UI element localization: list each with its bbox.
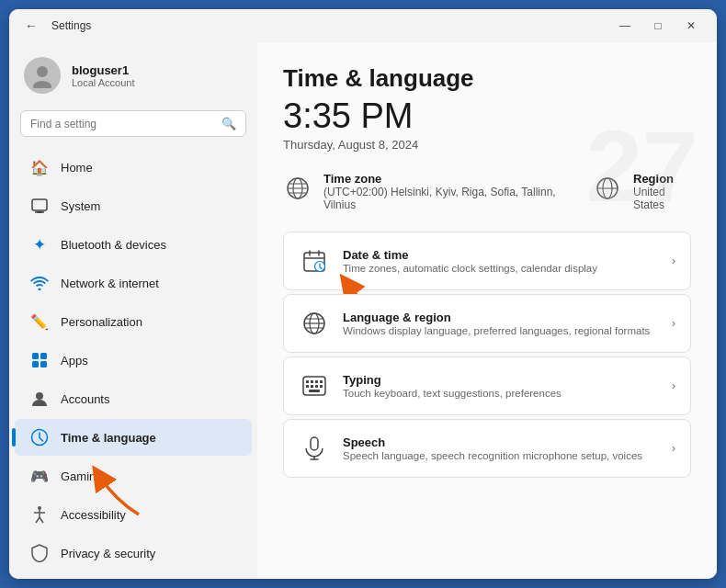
typing-icon: [299, 370, 330, 401]
user-info: bloguser1 Local Account: [72, 63, 135, 88]
time-icon: [29, 427, 50, 447]
timezone-value: (UTC+02:00) Helsinki, Kyiv, Riga, Sofia,…: [323, 186, 567, 211]
sidebar: bloguser1 Local Account 🔍 🏠 Home: [9, 42, 257, 579]
date-time-icon: [299, 245, 330, 277]
language-title: Language & region: [343, 311, 659, 324]
svg-point-10: [36, 392, 43, 400]
settings-list: Date & time Time zones, automatic clock …: [283, 232, 691, 478]
sidebar-label-system: System: [61, 199, 100, 213]
bluetooth-icon: ✦: [29, 234, 50, 254]
date-time-title: Date & time: [343, 248, 659, 262]
network-icon: [29, 273, 50, 293]
settings-item-typing[interactable]: Typing Touch keyboard, text suggestions,…: [283, 356, 691, 415]
sidebar-label-apps: Apps: [61, 354, 88, 368]
apps-icon: [29, 350, 50, 370]
svg-point-5: [39, 288, 41, 291]
settings-item-language-text: Language & region Windows display langua…: [343, 311, 659, 336]
sidebar-label-time: Time & language: [61, 431, 156, 445]
timezone-label: Time zone: [323, 172, 567, 186]
back-button[interactable]: ←: [20, 15, 42, 37]
system-icon: [29, 196, 50, 216]
timezone-icon: [283, 174, 312, 203]
speech-icon: [299, 433, 330, 464]
svg-rect-45: [309, 390, 320, 392]
sidebar-label-accessibility: Accessibility: [61, 508, 126, 522]
speech-desc: Speech language, speech recognition micr…: [343, 450, 659, 461]
titlebar-left: ← Settings: [20, 15, 91, 37]
page-title: Time & language: [283, 64, 691, 93]
region-icon: [593, 174, 622, 203]
content-area: bloguser1 Local Account 🔍 🏠 Home: [9, 42, 717, 579]
svg-rect-46: [311, 437, 318, 450]
sidebar-item-gaming[interactable]: 🎮 Gaming: [15, 458, 252, 494]
titlebar: ← Settings — □ ✕: [9, 9, 717, 42]
personalization-icon: ✏️: [29, 311, 50, 332]
sidebar-item-accounts[interactable]: Accounts: [15, 380, 252, 417]
current-date: Thursday, August 8, 2024: [283, 138, 691, 152]
settings-item-date-time[interactable]: Date & time Time zones, automatic clock …: [283, 232, 691, 290]
typing-chevron: ›: [672, 379, 675, 392]
account-type: Local Account: [72, 77, 135, 88]
date-time-desc: Time zones, automatic clock settings, ca…: [343, 263, 659, 274]
language-icon: [299, 308, 330, 339]
user-profile: bloguser1 Local Account: [9, 42, 257, 107]
sidebar-item-network[interactable]: Network & internet: [15, 265, 252, 301]
region-info: Region United States: [593, 172, 691, 211]
sidebar-item-personalization[interactable]: ✏️ Personalization: [15, 303, 252, 340]
svg-rect-40: [320, 380, 323, 383]
sidebar-item-home[interactable]: 🏠 Home: [15, 149, 252, 186]
titlebar-title: Settings: [51, 19, 91, 32]
sidebar-label-personalization: Personalization: [61, 315, 142, 329]
search-icon: 🔍: [221, 117, 236, 130]
svg-rect-41: [306, 385, 309, 388]
speech-title: Speech: [343, 435, 659, 449]
sidebar-label-gaming: Gaming: [61, 469, 103, 483]
language-chevron: ›: [672, 317, 675, 330]
typing-desc: Touch keyboard, text suggestions, prefer…: [343, 388, 659, 399]
titlebar-controls: — □ ✕: [610, 15, 706, 37]
sidebar-item-system[interactable]: System: [15, 187, 252, 224]
svg-point-12: [38, 506, 41, 510]
svg-rect-44: [320, 385, 323, 388]
sidebar-label-privacy: Privacy & security: [61, 547, 155, 560]
svg-rect-39: [315, 380, 318, 383]
settings-item-date-time-text: Date & time Time zones, automatic clock …: [343, 248, 659, 274]
info-section: Time zone (UTC+02:00) Helsinki, Kyiv, Ri…: [283, 172, 691, 211]
settings-item-language[interactable]: Language & region Windows display langua…: [283, 294, 691, 353]
settings-item-speech-text: Speech Speech language, speech recogniti…: [343, 435, 659, 461]
speech-chevron: ›: [672, 442, 675, 455]
sidebar-label-bluetooth: Bluetooth & devices: [61, 238, 166, 252]
svg-point-0: [37, 66, 48, 77]
settings-item-speech[interactable]: Speech Speech language, speech recogniti…: [283, 419, 691, 478]
search-box[interactable]: 🔍: [20, 110, 246, 137]
timezone-info: Time zone (UTC+02:00) Helsinki, Kyiv, Ri…: [283, 172, 567, 211]
maximize-button[interactable]: □: [643, 15, 673, 37]
home-icon: 🏠: [29, 157, 50, 177]
svg-rect-2: [32, 199, 47, 210]
privacy-icon: [29, 543, 50, 563]
region-value: United States: [633, 186, 691, 211]
settings-item-typing-text: Typing Touch keyboard, text suggestions,…: [343, 373, 659, 399]
sidebar-item-apps[interactable]: Apps: [15, 342, 252, 379]
search-input[interactable]: [30, 118, 214, 130]
sidebar-item-accessibility[interactable]: Accessibility: [15, 496, 252, 533]
svg-point-1: [33, 81, 51, 88]
svg-rect-8: [32, 361, 39, 368]
region-label: Region: [633, 172, 691, 186]
sidebar-item-time[interactable]: Time & language: [15, 419, 252, 456]
svg-line-15: [36, 517, 40, 523]
minimize-button[interactable]: —: [610, 15, 640, 37]
sidebar-item-bluetooth[interactable]: ✦ Bluetooth & devices: [15, 226, 252, 263]
sidebar-label-accounts: Accounts: [61, 392, 109, 406]
svg-line-16: [40, 517, 43, 523]
svg-rect-38: [311, 380, 313, 383]
sidebar-label-home: Home: [61, 161, 93, 175]
sidebar-item-privacy[interactable]: Privacy & security: [15, 535, 252, 571]
svg-rect-6: [32, 353, 39, 359]
current-time: 3:35 PM: [283, 96, 691, 136]
svg-rect-42: [311, 385, 313, 388]
svg-rect-9: [40, 361, 47, 368]
language-desc: Windows display language, preferred lang…: [343, 325, 659, 336]
close-button[interactable]: ✕: [676, 15, 706, 37]
accounts-icon: [29, 389, 50, 409]
